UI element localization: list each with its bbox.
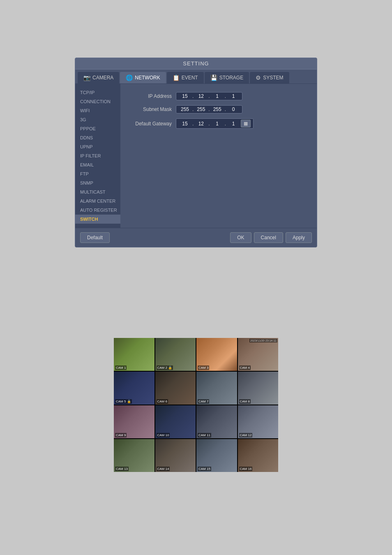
- sidebar-item-multicast[interactable]: MULTICAST: [75, 187, 120, 197]
- ip-octet-3[interactable]: [211, 93, 224, 99]
- subnet-octet-1[interactable]: [179, 106, 191, 112]
- cam-label-12: CAM 12: [239, 433, 253, 437]
- subnet-dot-3: .: [225, 106, 226, 112]
- tab-network[interactable]: 🌐 NETWORK: [120, 72, 166, 83]
- tab-bar: 📷 CAMERA 🌐 NETWORK 📋 EVENT 💾 STORAGE ⚙ S…: [75, 69, 317, 84]
- cam-label-14: CAM 14: [157, 467, 170, 471]
- cam-cell-15[interactable]: CAM 15: [196, 439, 237, 472]
- ip-dot-3: .: [225, 93, 226, 99]
- cam-cell-11[interactable]: CAM 11: [196, 405, 237, 438]
- subnet-octet-4[interactable]: [227, 106, 240, 112]
- cam-label-5: CAM 5 🔒: [115, 399, 132, 404]
- cam-cell-6[interactable]: CAM 6: [155, 372, 196, 405]
- cam-cell-1[interactable]: CAM 1: [114, 338, 154, 371]
- sidebar-item-tcpip[interactable]: TCP/IP: [75, 88, 120, 97]
- system-tab-label: SYSTEM: [263, 75, 283, 81]
- gateway-field: . . . ▦: [176, 118, 254, 129]
- dialog-title-text: SETTING: [183, 60, 209, 67]
- subnet-mask-label: Subnet Mask: [127, 106, 172, 112]
- cam-timestamp-4: 2023/11/20 23:14:11: [249, 339, 277, 342]
- sidebar-item-pppoe[interactable]: PPPOE: [75, 124, 120, 133]
- sidebar-item-email[interactable]: EMAIL: [75, 160, 120, 169]
- gateway-browse-button[interactable]: ▦: [241, 120, 251, 127]
- cam-label-3: CAM 3: [198, 365, 209, 370]
- sidebar-item-wifi[interactable]: WIFI: [75, 106, 120, 115]
- cam-cell-9[interactable]: CAM 9: [114, 405, 154, 438]
- cam-label-2: CAM 2 🔒: [157, 365, 173, 370]
- main-content: IP Address . . . Subnet Mask: [120, 84, 317, 228]
- network-tab-icon: 🌐: [126, 74, 133, 81]
- ip-address-row: IP Address . . .: [127, 92, 311, 100]
- gateway-octet-4[interactable]: [227, 121, 240, 127]
- cam-cell-7[interactable]: CAM 7: [196, 372, 237, 405]
- cam-label-4: CAM 4: [239, 365, 251, 370]
- cam-cell-8[interactable]: CAM 8: [238, 372, 279, 405]
- cam-cell-14[interactable]: CAM 14: [155, 439, 196, 472]
- cam-cell-5[interactable]: CAM 5 🔒: [114, 372, 154, 405]
- sidebar-item-switch[interactable]: SWITCH: [75, 215, 120, 224]
- tab-event[interactable]: 📋 EVENT: [167, 72, 204, 83]
- ip-address-label: IP Address: [127, 93, 172, 99]
- ok-button[interactable]: OK: [230, 232, 251, 243]
- sidebar-item-3g[interactable]: 3G: [75, 115, 120, 124]
- cam-label-15: CAM 15: [198, 467, 211, 471]
- sidebar-item-snmp[interactable]: SNMP: [75, 178, 120, 187]
- sidebar-item-connection[interactable]: CONNECTION: [75, 97, 120, 106]
- gateway-octet-1[interactable]: [179, 121, 191, 127]
- subnet-mask-field: . . .: [176, 105, 242, 113]
- cam-label-11: CAM 11: [198, 433, 211, 437]
- sidebar-item-upnp[interactable]: UPNP: [75, 142, 120, 151]
- system-tab-icon: ⚙: [256, 74, 261, 81]
- tab-storage[interactable]: 💾 STORAGE: [205, 72, 249, 83]
- page-wrapper: SETTING 📷 CAMERA 🌐 NETWORK 📋 EVENT 💾 STO…: [0, 0, 392, 555]
- cam-cell-16[interactable]: CAM 16: [238, 439, 279, 472]
- gateway-dot-1: .: [192, 121, 194, 127]
- cam-cell-3[interactable]: CAM 3: [196, 338, 237, 371]
- apply-button[interactable]: Apply: [286, 232, 312, 243]
- gateway-label: Default Gateway: [127, 121, 172, 127]
- event-tab-icon: 📋: [173, 74, 180, 81]
- ip-dot-1: .: [192, 93, 194, 99]
- cam-label-10: CAM 10: [157, 433, 170, 437]
- gateway-dot-2: .: [208, 121, 210, 127]
- cam-label-1: CAM 1: [115, 365, 127, 370]
- sidebar-item-ftp[interactable]: FTP: [75, 169, 120, 178]
- cam-cell-13[interactable]: CAM 13: [114, 439, 154, 472]
- subnet-dot-2: .: [208, 106, 210, 112]
- ip-dot-2: .: [208, 93, 210, 99]
- subnet-octet-3[interactable]: [211, 106, 224, 112]
- sidebar-item-alarmcenter[interactable]: ALARM CENTER: [75, 197, 120, 206]
- sidebar: TCP/IP CONNECTION WIFI 3G PPPOE DDNS UPN…: [75, 84, 120, 228]
- storage-tab-label: STORAGE: [219, 75, 243, 81]
- gateway-row: Default Gateway . . . ▦: [127, 118, 311, 129]
- footer-left: Default: [80, 232, 110, 243]
- storage-tab-icon: 💾: [210, 74, 217, 81]
- tab-system[interactable]: ⚙ SYSTEM: [250, 72, 289, 83]
- ip-octet-1[interactable]: [179, 93, 191, 99]
- cam-cell-12[interactable]: CAM 12: [238, 405, 279, 438]
- cam-label-8: CAM 8: [239, 399, 251, 404]
- cam-label-9: CAM 9: [115, 433, 127, 437]
- ip-octet-2[interactable]: [195, 93, 207, 99]
- event-tab-label: EVENT: [182, 75, 198, 81]
- camera-tab-icon: 📷: [83, 74, 90, 81]
- subnet-mask-row: Subnet Mask . . .: [127, 105, 311, 113]
- cam-cell-4[interactable]: 2023/11/20 23:14:11 CAM 4: [238, 338, 279, 371]
- tab-camera[interactable]: 📷 CAMERA: [78, 72, 119, 83]
- ip-octet-4[interactable]: [227, 93, 240, 99]
- sidebar-item-ddns[interactable]: DDNS: [75, 133, 120, 142]
- sidebar-item-autoregister[interactable]: AUTO REGISTER: [75, 206, 120, 215]
- cancel-button[interactable]: Cancel: [254, 232, 283, 243]
- cam-cell-2[interactable]: CAM 2 🔒: [155, 338, 196, 371]
- gateway-octet-3[interactable]: [211, 121, 224, 127]
- default-button[interactable]: Default: [80, 232, 110, 243]
- subnet-octet-2[interactable]: [195, 106, 207, 112]
- setting-dialog: SETTING 📷 CAMERA 🌐 NETWORK 📋 EVENT 💾 STO…: [75, 58, 317, 247]
- gateway-octet-2[interactable]: [195, 121, 207, 127]
- subnet-dot-1: .: [192, 106, 194, 112]
- ip-address-field: . . .: [176, 92, 242, 100]
- camera-grid: CAM 1 CAM 2 🔒 CAM 3 2023/11/20 23:14:11 …: [114, 338, 278, 472]
- cam-label-7: CAM 7: [198, 399, 209, 404]
- sidebar-item-ipfilter[interactable]: IP FILTER: [75, 151, 120, 160]
- cam-cell-10[interactable]: CAM 10: [155, 405, 196, 438]
